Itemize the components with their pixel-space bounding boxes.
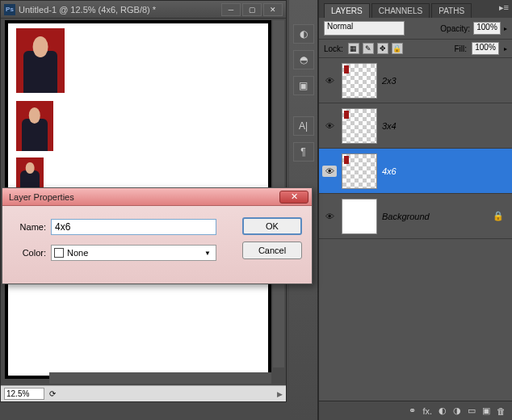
lock-pixels-icon[interactable]: ✎ xyxy=(363,43,374,54)
history-icon[interactable]: ◐ xyxy=(293,24,314,44)
horizontal-scrollbar[interactable] xyxy=(49,372,271,384)
layer-thumbnail[interactable] xyxy=(342,63,377,99)
delete-layer-icon[interactable]: 🗑 xyxy=(497,406,506,416)
layer-mask-icon[interactable]: ◐ xyxy=(439,405,447,416)
status-bar: 12.5% ⟳ ▶ xyxy=(1,385,286,401)
panel-tabs: LAYERS CHANNELS PATHS ▸≡ xyxy=(319,0,512,18)
paragraph-icon[interactable]: ¶ xyxy=(293,142,314,162)
layer-name: 3x4 xyxy=(382,121,397,131)
adjustment-layer-icon[interactable]: ◑ xyxy=(453,405,461,416)
layer-row[interactable]: 👁 4x6 xyxy=(319,149,512,194)
blend-opacity-row: Normal Opacity: 100% ▸ xyxy=(319,18,512,40)
name-input[interactable] xyxy=(51,219,216,235)
color-swatch-icon xyxy=(54,248,64,258)
color-select[interactable]: None ▼ xyxy=(51,245,216,261)
layer-row[interactable]: 👁 Background 🔒 xyxy=(319,194,512,239)
link-layers-icon[interactable]: ⚭ xyxy=(409,405,416,416)
layer-style-icon[interactable]: fx. xyxy=(422,406,432,416)
photoshop-icon: Ps xyxy=(4,4,15,15)
tab-channels[interactable]: CHANNELS xyxy=(371,3,430,18)
opacity-arrow-icon[interactable]: ▸ xyxy=(504,25,507,32)
visibility-toggle-icon[interactable]: 👁 xyxy=(322,211,337,222)
fill-arrow-icon[interactable]: ▸ xyxy=(504,45,507,52)
color-label: Color: xyxy=(12,248,51,258)
close-window-button[interactable]: ✕ xyxy=(263,3,283,16)
layer-thumbnail[interactable] xyxy=(342,108,377,144)
lock-transparency-icon[interactable]: ▦ xyxy=(348,43,359,54)
layer-thumbnail[interactable] xyxy=(342,199,377,234)
name-label: Name: xyxy=(12,222,51,232)
ok-button[interactable]: OK xyxy=(242,217,302,235)
visibility-toggle-icon[interactable]: 👁 xyxy=(322,75,337,86)
lock-position-icon[interactable]: ✥ xyxy=(377,43,388,54)
lock-fill-row: Lock: ▦ ✎ ✥ 🔒 Fill: 100% ▸ xyxy=(319,40,512,58)
visibility-toggle-icon[interactable]: 👁 xyxy=(322,120,337,132)
layer-thumbnail[interactable] xyxy=(342,153,377,189)
visibility-toggle-icon[interactable]: 👁 xyxy=(322,166,337,177)
layer-row[interactable]: 👁 2x3 xyxy=(319,58,512,103)
tab-paths[interactable]: PATHS xyxy=(431,3,472,18)
zoom-input[interactable]: 12.5% xyxy=(4,388,44,400)
blend-mode-value: Normal xyxy=(327,22,353,31)
lock-icon: 🔒 xyxy=(493,211,504,221)
photo-medium xyxy=(16,101,53,151)
layer-properties-dialog: Layer Properties ✕ Name: Color: None ▼ O… xyxy=(2,187,313,284)
tab-layers[interactable]: LAYERS xyxy=(324,3,370,18)
cancel-button[interactable]: Cancel xyxy=(242,242,302,259)
blend-mode-select[interactable]: Normal xyxy=(324,21,405,36)
lock-all-icon[interactable]: 🔒 xyxy=(392,43,403,54)
lock-label: Lock: xyxy=(324,44,343,53)
document-title: Untitled-1 @ 12.5% (4x6, RGB/8) * xyxy=(19,5,220,15)
character-icon[interactable]: A| xyxy=(293,116,314,136)
layer-group-icon[interactable]: ▭ xyxy=(468,405,476,416)
dialog-title: Layer Properties xyxy=(9,192,279,202)
layer-name: 2x3 xyxy=(382,76,397,86)
maximize-button[interactable]: ▢ xyxy=(242,3,262,16)
fill-input[interactable]: 100% xyxy=(472,42,499,55)
photo-large xyxy=(16,28,65,93)
dialog-close-button[interactable]: ✕ xyxy=(279,191,308,204)
layers-panel: LAYERS CHANNELS PATHS ▸≡ Normal Opacity:… xyxy=(318,0,512,420)
layer-name: 4x6 xyxy=(382,166,397,176)
status-nav-icon[interactable]: ⟳ xyxy=(49,389,56,398)
layer-name: Background xyxy=(382,212,430,221)
status-arrow-icon[interactable]: ▶ xyxy=(277,390,283,398)
layer-list: 👁 2x3 👁 3x4 👁 4x6 👁 Background 🔒 xyxy=(319,58,512,401)
opacity-input[interactable]: 100% xyxy=(473,22,501,35)
color-value: None xyxy=(67,248,88,258)
right-dock: ◐ ◓ ▣ A| ¶ LAYERS CHANNELS PATHS ▸≡ Norm… xyxy=(289,0,512,420)
chevron-down-icon: ▼ xyxy=(204,250,211,257)
minimize-button[interactable]: ─ xyxy=(221,3,241,16)
document-titlebar[interactable]: Ps Untitled-1 @ 12.5% (4x6, RGB/8) * ─ ▢… xyxy=(1,1,286,19)
actions-icon[interactable]: ◓ xyxy=(293,50,314,69)
new-layer-icon[interactable]: ▣ xyxy=(482,405,490,416)
opacity-label: Opacity: xyxy=(440,24,470,33)
panel-menu-icon[interactable]: ▸≡ xyxy=(499,2,509,13)
fill-label: Fill: xyxy=(454,44,467,53)
dialog-titlebar[interactable]: Layer Properties ✕ xyxy=(2,188,312,206)
layer-row[interactable]: 👁 3x4 xyxy=(319,103,512,149)
adjustments-icon[interactable]: ▣ xyxy=(293,76,314,95)
layers-panel-footer: ⚭ fx. ◐ ◑ ▭ ▣ 🗑 xyxy=(319,401,512,420)
